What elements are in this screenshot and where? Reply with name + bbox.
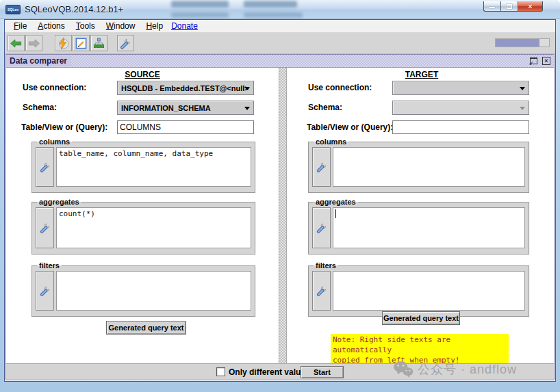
source-filters-group-label: filters — [37, 261, 62, 270]
source-columns-wrench-button[interactable] — [36, 147, 54, 187]
target-columns-textarea[interactable] — [333, 147, 525, 187]
forward-arrow-icon — [27, 37, 40, 50]
target-columns-group-label: columns — [314, 138, 348, 146]
source-aggregates-wrench-button[interactable] — [36, 207, 54, 248]
target-header: TARGET — [288, 70, 555, 79]
source-connection-select[interactable]: HSQLDB - Embedded.TEST@<null> — [117, 81, 254, 95]
target-table-label: Table/View or (Query): — [307, 122, 393, 132]
data-comparer-frame: Data comparer × SOURCE Use connection: H… — [5, 54, 555, 380]
minimize-icon — [489, 7, 495, 8]
menu-help[interactable]: Help — [140, 21, 168, 31]
run-query-button[interactable] — [55, 35, 72, 51]
source-use-connection-label: Use connection: — [23, 83, 86, 92]
background-artifact — [244, 1, 297, 8]
back-button[interactable] — [8, 35, 25, 51]
toolbar — [5, 33, 555, 54]
menu-window[interactable]: Window — [101, 21, 141, 31]
source-schema-label: Schema: — [23, 103, 57, 112]
only-different-values-label: Only different values — [229, 367, 310, 377]
hierarchy-icon — [92, 37, 105, 50]
source-filters-group: filters — [31, 261, 255, 317]
wrench-icon — [39, 222, 51, 234]
target-aggregates-group: aggregates — [308, 198, 529, 254]
window-title: SQLeoVQB.2014.12.b1+ — [25, 4, 123, 14]
close-icon: × — [528, 2, 532, 10]
target-filters-textarea[interactable] — [333, 271, 525, 311]
menu-bar: File Actions Tools Window Help Donate — [5, 20, 555, 33]
source-columns-group-label: columns — [37, 138, 72, 146]
target-columns-group: columns — [308, 138, 529, 193]
menu-actions[interactable]: Actions — [32, 21, 70, 31]
data-comparer-titlebar: Data comparer × — [6, 55, 554, 68]
menu-file[interactable]: File — [8, 21, 32, 31]
wrench-icon — [39, 161, 51, 173]
frame-close-button[interactable]: × — [542, 56, 551, 66]
target-use-connection-label: Use connection: — [308, 83, 372, 92]
frame-close-icon: × — [542, 57, 550, 65]
source-table-label: Table/View or (Query): — [21, 122, 107, 132]
split-pane-divider[interactable] — [279, 68, 287, 364]
wrench-icon — [316, 161, 328, 173]
target-connection-select[interactable] — [392, 81, 529, 95]
source-aggregates-group: aggregates count(*) — [31, 198, 255, 254]
auto-copy-note: Note: Right side texts are automatically… — [331, 334, 509, 366]
application-window: SQLeo SQLeoVQB.2014.12.b1+ × File Action… — [0, 0, 560, 392]
chevron-down-icon — [520, 107, 525, 110]
window-titlebar: SQLeo SQLeoVQB.2014.12.b1+ × — [0, 0, 560, 19]
target-schema-label: Schema: — [308, 103, 342, 112]
target-filters-wrench-button[interactable] — [312, 271, 331, 311]
chevron-down-icon — [520, 87, 525, 90]
data-comparer-content: SOURCE Use connection: HSQLDB - Embedded… — [6, 68, 554, 363]
maximize-icon — [507, 4, 512, 9]
app-frame: File Actions Tools Window Help Donate — [4, 19, 556, 382]
source-filters-wrench-button[interactable] — [36, 271, 54, 311]
footer-bar: Only different values Start — [6, 363, 554, 380]
background-artifact — [171, 12, 229, 18]
source-filters-textarea[interactable] — [56, 271, 251, 311]
source-schema-select[interactable]: INFORMATION_SCHEMA — [117, 101, 254, 115]
target-generated-query-button[interactable]: Generated query text — [382, 311, 460, 325]
source-table-input[interactable] — [117, 120, 254, 134]
target-aggregates-group-label: aggregates — [314, 198, 358, 206]
source-aggregates-group-label: aggregates — [37, 198, 81, 206]
wrench-icon — [39, 285, 51, 297]
progress-bar — [495, 38, 550, 47]
data-comparer-button[interactable] — [117, 35, 134, 51]
background-artifact — [171, 1, 229, 8]
wrench-icon — [316, 285, 328, 297]
source-generated-query-button[interactable]: Generated query text — [106, 321, 186, 335]
back-arrow-icon — [10, 37, 23, 50]
target-aggregates-textarea[interactable] — [333, 207, 525, 248]
source-header: SOURCE — [6, 70, 279, 79]
close-button[interactable]: × — [518, 1, 543, 12]
text-caret — [335, 209, 336, 218]
forward-button[interactable] — [25, 35, 42, 51]
start-button[interactable]: Start — [301, 366, 344, 378]
target-columns-wrench-button[interactable] — [312, 147, 331, 187]
only-different-values-checkbox[interactable] — [216, 367, 225, 376]
data-comparer-title: Data comparer — [6, 55, 71, 66]
target-filters-group-label: filters — [314, 261, 338, 270]
source-columns-textarea[interactable]: table_name, column_name, data_type — [56, 147, 251, 187]
progress-bar-fill — [496, 39, 539, 47]
wrench-icon — [119, 37, 132, 50]
minimize-button[interactable] — [483, 1, 500, 12]
chevron-down-icon — [244, 87, 250, 90]
edit-query-button[interactable] — [73, 35, 90, 51]
frame-restore-button[interactable] — [529, 56, 538, 66]
target-schema-select — [392, 101, 529, 115]
chevron-down-icon — [244, 107, 250, 110]
restore-icon — [530, 57, 537, 64]
source-aggregates-textarea[interactable]: count(*) — [56, 207, 251, 248]
menu-donate-link[interactable]: Donate — [168, 21, 201, 31]
edit-pencil-icon — [75, 37, 88, 50]
menu-tools[interactable]: Tools — [71, 21, 101, 31]
window-controls: × — [483, 1, 543, 12]
wrench-icon — [316, 222, 328, 234]
maximize-button[interactable] — [500, 1, 518, 12]
target-aggregates-wrench-button[interactable] — [312, 207, 331, 248]
target-table-input[interactable] — [392, 120, 529, 134]
background-artifact — [244, 12, 303, 18]
schema-tree-button[interactable] — [90, 35, 107, 51]
target-filters-group: filters — [308, 261, 529, 317]
